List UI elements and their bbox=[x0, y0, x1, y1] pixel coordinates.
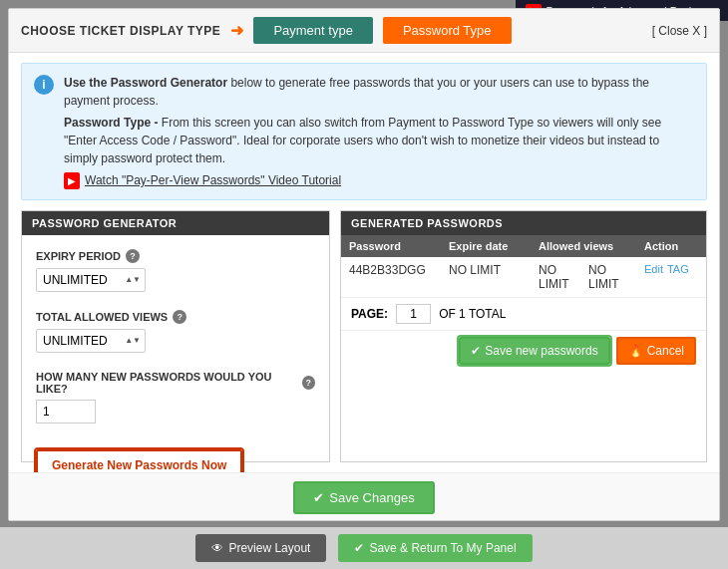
table-row: 44B2B33DGG NO LIMIT NO LIMIT NO LIMIT Ed… bbox=[341, 257, 706, 298]
col-password: Password bbox=[341, 235, 441, 257]
col-action: Action bbox=[636, 235, 706, 257]
save-new-label: Save new passwords bbox=[485, 344, 597, 358]
generated-passwords-panel: GENERATED PASSWORDS Password Expire date… bbox=[340, 210, 707, 462]
cancel-label: Cancel bbox=[647, 344, 684, 358]
left-panel-body: EXPIRY PERIOD ? UNLIMITED 1 Day 7 Days 3… bbox=[22, 235, 329, 472]
pagination-row: PAGE: OF 1 TOTAL bbox=[341, 298, 706, 331]
eye-icon: 👁 bbox=[211, 541, 223, 555]
expiry-field: EXPIRY PERIOD ? UNLIMITED 1 Day 7 Days 3… bbox=[36, 249, 315, 292]
save-changes-button[interactable]: ✔ Save Changes bbox=[293, 481, 434, 514]
views-select[interactable]: UNLIMITED 1 5 10 bbox=[37, 330, 121, 352]
cell-views1: NO LIMIT bbox=[539, 263, 578, 291]
expiry-label: EXPIRY PERIOD ? bbox=[36, 249, 315, 263]
cell-views2: NO LIMIT bbox=[588, 263, 628, 291]
views-select-box: UNLIMITED 1 5 10 ▲▼ bbox=[36, 329, 146, 353]
save-return-label: Save & Return To My Panel bbox=[369, 541, 516, 555]
table-header: Password Expire date Allowed views Actio… bbox=[341, 235, 706, 257]
expiry-select[interactable]: UNLIMITED 1 Day 7 Days 30 Days bbox=[37, 269, 121, 291]
modal-header: CHOOSE TICKET DISPLAY TYPE ➜ Payment typ… bbox=[9, 9, 719, 53]
save-icon: ✔ bbox=[354, 541, 364, 555]
info-box: i Use the Password Generator below to ge… bbox=[21, 63, 707, 200]
total-label: OF 1 TOTAL bbox=[439, 307, 506, 321]
save-changes-row: ✔ Save Changes bbox=[9, 472, 719, 520]
col-views: Allowed views bbox=[531, 235, 636, 257]
info-bold2: Password Type - bbox=[64, 116, 158, 130]
views-label: TOTAL ALLOWED VIEWS ? bbox=[36, 310, 315, 324]
left-panel-title: PASSWORD GENERATOR bbox=[22, 211, 329, 235]
generate-passwords-button[interactable]: Generate New Passwords Now bbox=[36, 449, 242, 472]
choose-label: CHOOSE TICKET DISPLAY TYPE bbox=[21, 24, 220, 38]
flame-icon: 🔥 bbox=[628, 344, 643, 358]
cell-password: 44B2B33DGG bbox=[341, 257, 441, 297]
info-text: Use the Password Generator below to gene… bbox=[64, 74, 694, 189]
arrow-icon: ➜ bbox=[230, 21, 243, 40]
edit-link[interactable]: Edit bbox=[644, 263, 663, 291]
save-new-passwords-button[interactable]: ✔ Save new passwords bbox=[459, 337, 609, 365]
action-row: ✔ Save new passwords 🔥 Cancel bbox=[341, 331, 706, 371]
select-arrows: ▲▼ bbox=[121, 276, 145, 285]
page-input[interactable] bbox=[396, 304, 431, 324]
checkmark-icon: ✔ bbox=[471, 344, 481, 358]
views-field: TOTAL ALLOWED VIEWS ? UNLIMITED 1 5 10 ▲… bbox=[36, 310, 315, 353]
expiry-select-box: UNLIMITED 1 Day 7 Days 30 Days ▲▼ bbox=[36, 268, 146, 292]
save-return-button[interactable]: ✔ Save & Return To My Panel bbox=[338, 534, 532, 562]
bottom-bar: 👁 Preview Layout ✔ Save & Return To My P… bbox=[0, 527, 728, 569]
modal: CHOOSE TICKET DISPLAY TYPE ➜ Payment typ… bbox=[8, 8, 720, 521]
modal-body: PASSWORD GENERATOR EXPIRY PERIOD ? UNLIM… bbox=[9, 210, 719, 472]
expiry-help-icon[interactable]: ? bbox=[126, 249, 140, 263]
preview-layout-button[interactable]: 👁 Preview Layout bbox=[195, 534, 326, 562]
password-generator-panel: PASSWORD GENERATOR EXPIRY PERIOD ? UNLIM… bbox=[21, 210, 330, 462]
col-expire: Expire date bbox=[441, 235, 531, 257]
save-check-icon: ✔ bbox=[313, 490, 324, 505]
tab-payment[interactable]: Payment type bbox=[253, 17, 373, 44]
select-arrows2: ▲▼ bbox=[121, 337, 145, 346]
close-button[interactable]: [ Close X ] bbox=[652, 24, 707, 38]
cancel-button[interactable]: 🔥 Cancel bbox=[616, 337, 696, 365]
right-panel-title: GENERATED PASSWORDS bbox=[341, 211, 706, 235]
tab-password[interactable]: Password Type bbox=[383, 17, 512, 44]
cell-expire: NO LIMIT bbox=[441, 257, 531, 297]
views-help-icon[interactable]: ? bbox=[173, 310, 186, 324]
save-changes-label: Save Changes bbox=[329, 490, 414, 505]
info-icon: i bbox=[34, 75, 54, 95]
quantity-label: HOW MANY NEW PASSWORDS WOULD YOU LIKE? ? bbox=[36, 371, 315, 395]
video-link-text[interactable]: Watch "Pay-Per-View Passwords" Video Tut… bbox=[85, 171, 341, 189]
cell-views: NO LIMIT NO LIMIT bbox=[531, 257, 636, 297]
info-bold: Use the Password Generator bbox=[64, 76, 227, 90]
cell-actions[interactable]: Edit TAG bbox=[636, 257, 706, 297]
yt-icon-small: ▶ bbox=[64, 172, 80, 189]
quantity-field: HOW MANY NEW PASSWORDS WOULD YOU LIKE? ? bbox=[36, 371, 315, 424]
quantity-help-icon[interactable]: ? bbox=[302, 376, 316, 390]
page-label: PAGE: bbox=[351, 307, 388, 321]
preview-label: Preview Layout bbox=[228, 541, 310, 555]
quantity-input[interactable] bbox=[36, 400, 96, 424]
tag-link[interactable]: TAG bbox=[667, 263, 689, 291]
